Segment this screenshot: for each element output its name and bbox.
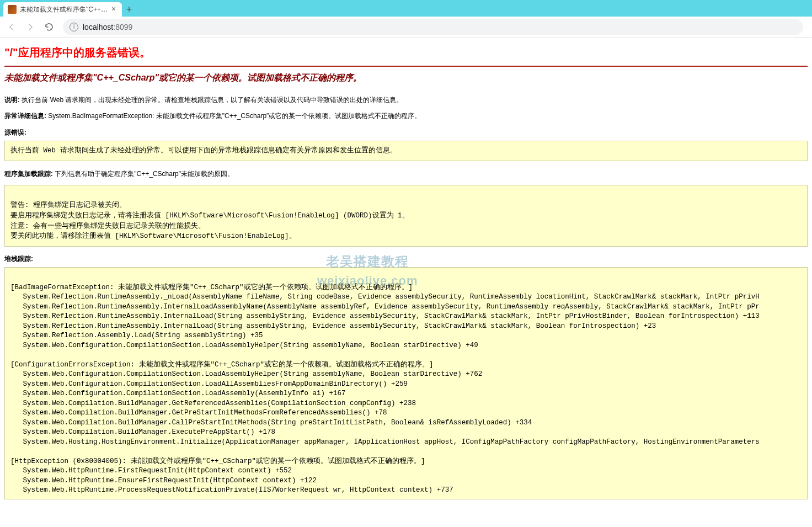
- reload-button[interactable]: [42, 20, 56, 34]
- source-error-text: 执行当前 Web 请求期间生成了未经处理的异常。可以使用下面的异常堆栈跟踪信息确…: [5, 146, 807, 156]
- info-icon[interactable]: i: [70, 23, 78, 31]
- assembly-trace-label: 程序集加载跟踪:: [4, 170, 53, 178]
- exception-detail-label: 异常详细信息:: [4, 112, 46, 120]
- reload-icon: [44, 22, 54, 32]
- stack-trace-box: [BadImageFormatException: 未能加载文件或程序集"C++…: [4, 267, 808, 499]
- error-subheading: 未能加载文件或程序集"C++_CScharp"或它的某一个依赖项。试图加载格式不…: [4, 72, 808, 89]
- stack-trace-text: [BadImageFormatException: 未能加载文件或程序集"C++…: [5, 273, 807, 496]
- exception-detail-text: System.BadImageFormatException: 未能加载文件或程…: [46, 112, 421, 120]
- assembly-binding-text: 警告: 程序集绑定日志记录被关闭。 要启用程序集绑定失败日志记录，请将注册表值 …: [5, 190, 807, 242]
- exception-detail-section: 异常详细信息: System.BadImageFormatException: …: [4, 111, 808, 121]
- description-label: 说明:: [4, 96, 20, 104]
- browser-tab[interactable]: 未能加载文件或程序集"C++_CS… ×: [3, 2, 122, 17]
- url-port: :8099: [113, 23, 132, 31]
- description-text: 执行当前 Web 请求期间，出现未经处理的异常。请检查堆栈跟踪信息，以了解有关该…: [20, 96, 403, 104]
- address-bar[interactable]: i localhost:8099: [63, 19, 803, 35]
- arrow-left-icon: [7, 22, 17, 32]
- new-tab-button[interactable]: +: [122, 2, 136, 17]
- close-icon[interactable]: ×: [110, 6, 117, 13]
- source-error-box: 执行当前 Web 请求期间生成了未经处理的异常。可以使用下面的异常堆栈跟踪信息确…: [4, 141, 808, 161]
- server-error-heading: "/"应用程序中的服务器错误。: [4, 42, 808, 65]
- favicon: [8, 5, 17, 14]
- browser-nav-bar: i localhost:8099: [0, 17, 812, 38]
- stack-trace-label: 堆栈跟踪:: [4, 254, 808, 264]
- assembly-trace-section: 程序集加载跟踪: 下列信息有助于确定程序集"C++_CScharp"未能加载的原…: [4, 169, 808, 179]
- assembly-binding-box: 警告: 程序集绑定日志记录被关闭。 要启用程序集绑定失败日志记录，请将注册表值 …: [4, 185, 808, 247]
- url-host: localhost: [83, 23, 113, 31]
- back-button[interactable]: [4, 20, 19, 34]
- description-section: 说明: 执行当前 Web 请求期间，出现未经处理的异常。请检查堆栈跟踪信息，以了…: [4, 95, 808, 105]
- error-page: "/"应用程序中的服务器错误。 未能加载文件或程序集"C++_CScharp"或…: [0, 38, 812, 499]
- arrow-right-icon: [25, 22, 35, 32]
- assembly-trace-text: 下列信息有助于确定程序集"C++_CScharp"未能加载的原因。: [53, 170, 234, 178]
- tab-title: 未能加载文件或程序集"C++_CS…: [20, 5, 108, 14]
- browser-tab-bar: 未能加载文件或程序集"C++_CS… × +: [0, 0, 812, 17]
- divider: [4, 66, 808, 67]
- source-error-label: 源错误:: [4, 128, 808, 137]
- forward-button[interactable]: [23, 20, 38, 34]
